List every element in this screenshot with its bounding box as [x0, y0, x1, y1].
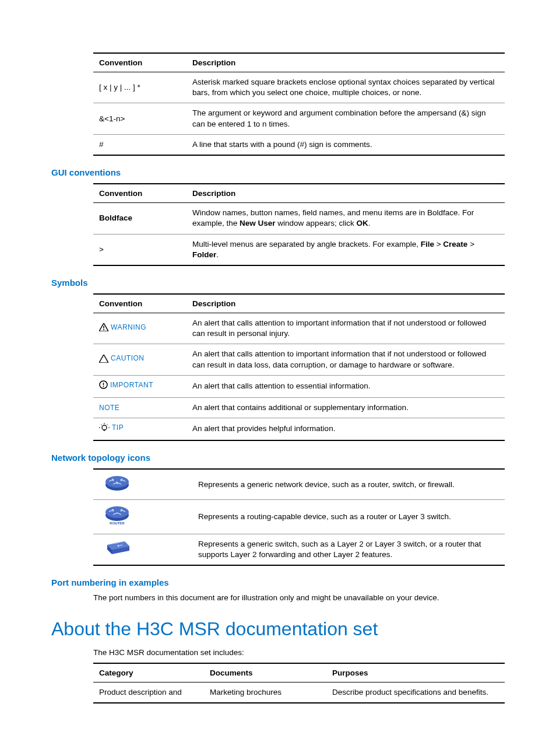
cell-description: Represents a routing-capable device, suc…	[192, 500, 505, 534]
table-row: Boldface Window names, button names, fie…	[93, 203, 505, 234]
cell-convention: Boldface	[93, 203, 186, 234]
page-title-about: About the H3C MSR documentation set	[51, 618, 505, 640]
cell-description: The argument or keyword and argument com…	[186, 103, 505, 134]
table-row: Product description and Marketing brochu…	[93, 682, 505, 704]
svg-text:ROUTER: ROUTER	[110, 522, 125, 525]
cell-description: Asterisk marked square brackets enclose …	[186, 72, 505, 103]
svg-line-11	[107, 424, 107, 425]
cell-description: Multi-level menus are separated by angle…	[186, 234, 505, 265]
section-heading-topology: Network topology icons	[51, 453, 505, 463]
tip-icon	[99, 423, 110, 432]
svg-point-15	[105, 506, 129, 518]
cell-convention: >	[93, 234, 186, 265]
cell-purposes: Describe product specifications and bene…	[326, 682, 505, 704]
table-row: > Multi-level menus are separated by ang…	[93, 234, 505, 265]
cell-convention: WARNING	[93, 313, 186, 344]
th-description: Description	[186, 294, 505, 313]
cell-convention: #	[93, 134, 186, 155]
table-row: CAUTION An alert that calls attention to…	[93, 344, 505, 375]
switch-device-icon	[105, 539, 132, 556]
cell-convention: TIP	[93, 418, 186, 440]
th-convention: Convention	[93, 294, 186, 313]
th-description: Description	[186, 53, 505, 72]
svg-point-5	[102, 425, 107, 430]
topology-icons-table: Represents a generic network device, suc…	[93, 468, 505, 566]
caution-icon	[99, 355, 108, 363]
cell-category: Product description and	[93, 682, 204, 704]
cell-icon: ROUTER	[93, 500, 192, 534]
table-row: NOTE An alert that contains additional o…	[93, 397, 505, 418]
warning-icon	[99, 323, 108, 331]
th-description: Description	[186, 184, 505, 203]
svg-line-10	[101, 424, 102, 425]
section-heading-gui: GUI conventions	[51, 167, 505, 177]
table-row: TIP An alert that provides helpful infor…	[93, 418, 505, 440]
section-heading-symbols: Symbols	[51, 278, 505, 288]
cell-description: An alert that calls attention to importa…	[186, 344, 505, 375]
section-heading-port: Port numbering in examples	[51, 578, 505, 587]
cell-description: An alert that calls attention to importa…	[186, 313, 505, 344]
table-row: &<1-n> The argument or keyword and argum…	[93, 103, 505, 134]
cell-description: An alert that contains additional or sup…	[186, 397, 505, 418]
cell-icon	[93, 534, 192, 565]
cell-convention: CAUTION	[93, 344, 186, 375]
svg-point-1	[103, 329, 104, 330]
network-device-icon	[105, 474, 129, 492]
svg-point-4	[103, 386, 104, 387]
cell-convention: NOTE	[93, 397, 186, 418]
cell-convention: IMPORTANT	[93, 375, 186, 397]
cell-icon	[93, 469, 192, 500]
cell-convention: [ x | y | ... ] *	[93, 72, 186, 103]
cell-description: Window names, button names, field names,…	[186, 203, 505, 234]
svg-rect-6	[104, 429, 105, 430]
th-documents: Documents	[204, 663, 326, 682]
table-row: [ x | y | ... ] * Asterisk marked square…	[93, 72, 505, 103]
router-device-icon: ROUTER	[105, 505, 129, 526]
docset-table: Category Documents Purposes Product desc…	[93, 663, 505, 704]
cell-description: An alert that calls attention to essenti…	[186, 375, 505, 397]
cell-description: An alert that provides helpful informati…	[186, 418, 505, 440]
table-row: WARNING An alert that calls attention to…	[93, 313, 505, 344]
cell-convention: &<1-n>	[93, 103, 186, 134]
body-text: The port numbers in this document are fo…	[93, 593, 505, 602]
table-row: ROUTER Represents a routing-capable devi…	[93, 500, 505, 534]
conventions-table: Convention Description [ x | y | ... ] *…	[93, 52, 505, 156]
gui-conventions-table: Convention Description Boldface Window n…	[93, 183, 505, 266]
th-convention: Convention	[93, 53, 186, 72]
symbols-table: Convention Description WARNING An alert …	[93, 293, 505, 441]
table-row: # A line that starts with a pound (#) si…	[93, 134, 505, 155]
cell-documents: Marketing brochures	[204, 682, 326, 704]
table-row: IMPORTANT An alert that calls attention …	[93, 375, 505, 397]
cell-description: A line that starts with a pound (#) sign…	[186, 134, 505, 155]
th-purposes: Purposes	[326, 663, 505, 682]
table-row: Represents a generic switch, such as a L…	[93, 534, 505, 565]
table-row: Represents a generic network device, suc…	[93, 469, 505, 500]
cell-description: Represents a generic network device, suc…	[192, 469, 505, 500]
th-convention: Convention	[93, 184, 186, 203]
th-category: Category	[93, 663, 204, 682]
body-text: The H3C MSR documentation set includes:	[93, 648, 505, 657]
important-icon	[99, 380, 108, 389]
cell-description: Represents a generic switch, such as a L…	[192, 534, 505, 565]
